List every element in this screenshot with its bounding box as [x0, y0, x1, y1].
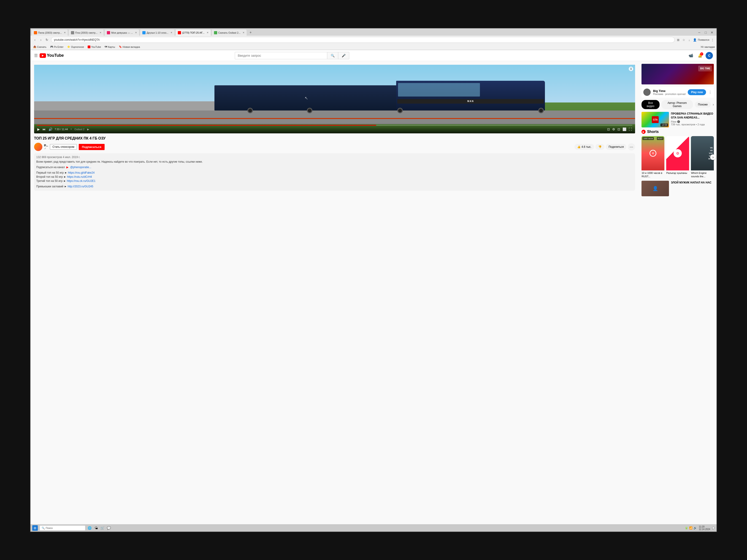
- star-icon[interactable]: ☆: [681, 37, 686, 42]
- subscribe-channel-link[interactable]: @phenoporatie...: [70, 166, 91, 169]
- back-button[interactable]: ‹: [32, 37, 38, 43]
- v6-text: V6: [710, 146, 713, 149]
- subscribe-button[interactable]: Подписаться: [79, 144, 105, 150]
- volume-button[interactable]: 🔊: [48, 127, 53, 132]
- taskbar-icon-discord[interactable]: 💬: [106, 526, 111, 531]
- subtitles-button[interactable]: ⊡: [607, 127, 610, 132]
- theater-button[interactable]: ⬜: [622, 127, 627, 132]
- user-avatar[interactable]: С: [705, 52, 713, 59]
- tab-1-close[interactable]: ✕: [64, 31, 66, 34]
- video-player[interactable]: MAN ↖: [34, 65, 635, 133]
- views-text: 132 869 просмотров: [36, 156, 62, 159]
- bookmark-youtube[interactable]: YouTube: [87, 45, 102, 49]
- progress-bar[interactable]: [37, 125, 633, 126]
- create-icon[interactable]: 📹: [687, 52, 695, 59]
- short-1-circle: ⚙: [649, 150, 656, 157]
- dislike-button[interactable]: 👎: [595, 144, 604, 150]
- short-1-counter: 1000 часов: [642, 137, 654, 140]
- tab-2-close[interactable]: ✕: [100, 31, 101, 34]
- related-video-1[interactable]: GTA 13:59 ПРОВЕРКА СТРАННЫХ ВИДЕО GTA SA…: [642, 112, 714, 127]
- mic-button[interactable]: 🎤: [338, 52, 349, 59]
- tab-4-close[interactable]: ✕: [171, 31, 172, 34]
- tab-5-close[interactable]: ✕: [207, 31, 208, 34]
- address-bar[interactable]: youtube.com/watch?v=HyecidNEQTA: [51, 37, 675, 43]
- tab-6-close[interactable]: ✕: [242, 31, 244, 34]
- taskbar-search[interactable]: 🔍 Поиск: [40, 526, 85, 531]
- preview-url[interactable]: http://2023.ru/GU245: [68, 185, 93, 188]
- bookmarks-all[interactable]: Уё закладки: [700, 46, 715, 48]
- bookmark-newtab[interactable]: 🔖 Новая вкладка: [118, 45, 141, 49]
- search-button[interactable]: 🔍: [327, 52, 338, 59]
- v10-text: V10: [709, 152, 713, 154]
- share-button[interactable]: Поделиться: [606, 144, 626, 150]
- channel-avatar[interactable]: [34, 143, 42, 151]
- filter-tab-author[interactable]: Автор: Phenom Games: [662, 100, 693, 109]
- description-body: Всем привет, рад представить топ для сре…: [36, 160, 633, 188]
- tab-4[interactable]: Друзья 1-10 сезо... ✕: [140, 29, 175, 36]
- refresh-button[interactable]: ↻: [44, 37, 50, 43]
- short-thumb-3: V6 V8 V10 V12 W16: [691, 136, 714, 170]
- tab-5[interactable]: (2770) ТОП 25 ИГ... ✕: [175, 29, 211, 36]
- taskbar-icon-store[interactable]: 🛒: [100, 526, 105, 531]
- tab-2[interactable]: Пла (2003) смотр... ✕: [69, 29, 104, 36]
- notification-center-icon[interactable]: 💬: [712, 527, 715, 529]
- tab-3-close[interactable]: ✕: [135, 31, 137, 34]
- related-info-1: ПРОВЕРКА СТРАННЫХ ВИДЕО GTA SAN ANDREAS.…: [671, 112, 714, 127]
- sponsor-button[interactable]: Стать спонсором: [50, 144, 77, 150]
- close-window-button[interactable]: ✕: [709, 30, 715, 35]
- filter-chevron-icon[interactable]: ›: [713, 103, 714, 107]
- download-icon[interactable]: ↓: [687, 37, 692, 42]
- search-input[interactable]: [235, 52, 327, 59]
- tab-3[interactable]: Моя девушка — ... ✕: [104, 29, 139, 36]
- yt-logo[interactable]: YouTube: [40, 53, 64, 58]
- miniplayer-button[interactable]: ⊡: [617, 127, 621, 132]
- minimize-button[interactable]: –: [696, 30, 702, 35]
- play-button[interactable]: ▶: [37, 127, 40, 132]
- date-text: 4 июл. 2019 г.: [63, 156, 80, 159]
- hamburger-icon[interactable]: ☰: [34, 53, 38, 58]
- link-2-url[interactable]: https://rutu.ru/dCrH4: [67, 175, 92, 179]
- man-logo: MAN: [467, 100, 474, 103]
- forward-button[interactable]: ›: [38, 37, 44, 43]
- like-button[interactable]: 👍 4.6 тыс.: [574, 144, 594, 150]
- bottom-related[interactable]: 👤 ЗЛОЙ МУЖИК НАПАЛ НА НАС: [642, 181, 714, 196]
- short-card-1[interactable]: 1000 часов ⚙ RUST 10 и 1000 часов в RUST…: [642, 136, 664, 178]
- taskbar-search-icon: 🔍: [42, 527, 45, 530]
- tab-1[interactable]: Пила (2003) смотр... ✕: [31, 29, 68, 36]
- channel-name[interactable]: Р...: [44, 144, 48, 147]
- bookmark-2[interactable]: 🎮 Рк Enter: [49, 45, 65, 49]
- taskbar-icon-chrome[interactable]: 🌐: [87, 526, 92, 531]
- shorts-nav-button[interactable]: ›: [710, 154, 716, 160]
- menu-icon[interactable]: ⋮: [710, 37, 715, 42]
- extensions-icon[interactable]: ⊞: [676, 37, 680, 42]
- new-tab-button[interactable]: +: [248, 29, 254, 36]
- filter-tab-similar[interactable]: Похоже: [695, 102, 711, 108]
- ad-banner[interactable]: BIG TIME: [642, 64, 714, 84]
- short-card-2[interactable]: ⚙ Разъезд чушпаны: [666, 136, 689, 178]
- next-button[interactable]: ⏭: [42, 127, 46, 132]
- maximize-button[interactable]: □: [703, 30, 708, 35]
- link-1-url[interactable]: https://rou.gl/dFake24: [68, 171, 95, 174]
- bookmark-1[interactable]: 📥 Скачать: [32, 45, 47, 49]
- link-3-url[interactable]: https://rou.ck.ru/GU2E1: [67, 179, 96, 183]
- link-1: Первый топ на 50 игр ► https://rou.gl/dF…: [36, 171, 633, 175]
- tab-6[interactable]: Скачать Outlast 2... ✕: [211, 29, 247, 36]
- play-now-button[interactable]: Play now: [688, 89, 706, 95]
- profile-icon[interactable]: 👤: [693, 37, 697, 42]
- video-controls: ▶ ⏭ 🔊 7:33 / 11:44 • Outlast 2: [34, 123, 635, 133]
- bookmark-3[interactable]: ⭐ Оценочное: [66, 45, 85, 49]
- ad-more-button[interactable]: ⋮: [708, 90, 712, 95]
- playlist-arrow: ▶: [87, 128, 89, 131]
- action-buttons: 👍 4.6 тыс. 👎 Поделиться ⋯: [574, 143, 635, 151]
- start-button[interactable]: ⊞: [32, 525, 38, 531]
- truck: MAN: [214, 74, 545, 110]
- taskbar-icon-weather[interactable]: 🌤: [94, 526, 99, 531]
- notifications-icon[interactable]: 🔔 9+: [696, 52, 704, 59]
- filter-tab-all[interactable]: Все видео: [642, 100, 659, 109]
- more-options-button[interactable]: ⋯: [628, 143, 635, 151]
- settings-button[interactable]: ⚙: [612, 127, 616, 132]
- monitor-frame: Пила (2003) смотр... ✕ Пла (2003) смотр.…: [0, 0, 747, 560]
- fullscreen-button[interactable]: ⛶: [628, 127, 632, 132]
- related-age-separator: •: [696, 123, 698, 126]
- bookmark-maps[interactable]: 🗺 Карты: [104, 45, 116, 49]
